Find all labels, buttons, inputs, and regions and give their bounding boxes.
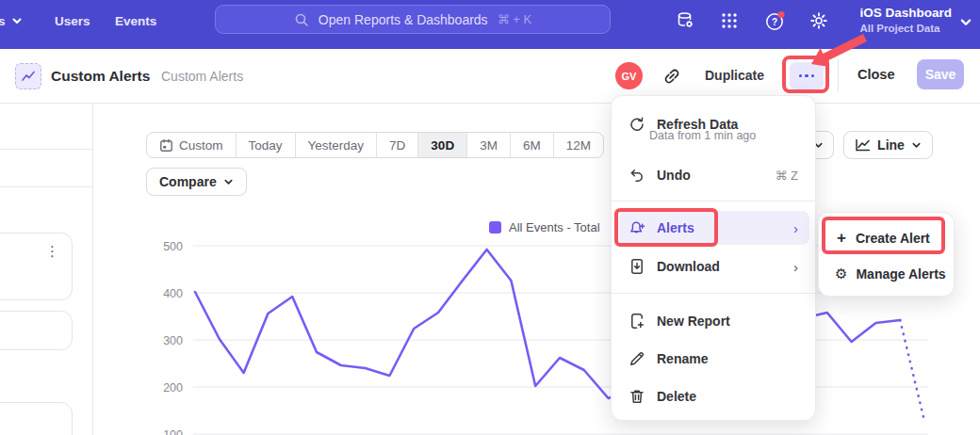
date-range-30d-selected[interactable]: 30D [418, 133, 467, 157]
svg-text:200: 200 [163, 381, 183, 395]
submenu-item-label: Manage Alerts [856, 266, 945, 282]
svg-text:300: 300 [163, 334, 183, 347]
report-toolbar: Custom Alerts Custom Alerts GV Duplicate… [0, 49, 980, 104]
toolbar-divider [838, 59, 839, 91]
svg-text:100: 100 [163, 428, 183, 435]
undo-icon [629, 167, 645, 184]
kebab-menu-icon[interactable]: ⋮ [45, 243, 59, 260]
date-range-6m[interactable]: 6M [511, 133, 554, 157]
date-range-custom[interactable]: Custom [147, 133, 237, 157]
chevron-down-icon [911, 140, 922, 151]
nav-item-truncated-label: s [0, 14, 6, 28]
project-chevron-down-icon[interactable] [959, 16, 972, 29]
menu-item-sublabel: Data from 1 min ago [649, 129, 756, 142]
date-range-3m[interactable]: 3M [467, 133, 511, 157]
submenu-item-create-alert[interactable]: + Create Alert [825, 220, 949, 255]
settings-gear-icon[interactable] [808, 9, 830, 32]
download-file-icon [629, 258, 645, 275]
menu-item-undo[interactable]: Undo ⌘ Z [619, 158, 809, 192]
submenu-item-label: Create Alert [856, 231, 930, 246]
project-selector[interactable]: iOS Dashboard All Project Data [859, 6, 952, 34]
menu-item-alerts[interactable]: Alerts › [619, 211, 809, 245]
help-icon[interactable]: ? [763, 9, 786, 32]
compare-button[interactable]: Compare [146, 168, 247, 196]
date-range-label: 7D [389, 138, 405, 153]
avatar[interactable]: GV [615, 62, 643, 89]
menu-item-label: Download [657, 259, 720, 274]
search-placeholder: Open Reports & Dashboards [318, 12, 488, 27]
date-range-label: 30D [431, 138, 454, 153]
sidebar-card[interactable] [0, 311, 73, 350]
legend-swatch [489, 221, 501, 234]
gear-icon: ⚙ [835, 266, 847, 282]
menu-item-label: Rename [657, 351, 708, 366]
menu-item-delete[interactable]: Delete [619, 379, 809, 413]
sidebar-card[interactable] [0, 402, 73, 435]
top-navigation-bar: s Users Events Open Reports & Dashboards… [0, 0, 980, 49]
compare-label: Compare [159, 174, 217, 189]
chart-type-button[interactable]: Line [843, 131, 933, 159]
date-range-label: Yesterday [308, 138, 365, 153]
pencil-icon [629, 350, 645, 367]
duplicate-button[interactable]: Duplicate [705, 68, 764, 83]
plus-icon: + [837, 229, 846, 248]
date-range-label: Today [249, 138, 283, 153]
chart-legend[interactable]: All Events - Total [489, 220, 600, 234]
copy-link-button[interactable] [662, 66, 682, 87]
menu-divider [612, 293, 817, 294]
refresh-icon [629, 116, 645, 133]
date-range-today[interactable]: Today [237, 133, 296, 157]
menu-item-rename[interactable]: Rename [619, 342, 809, 376]
nav-item-users[interactable]: Users [55, 0, 90, 41]
search-input[interactable]: Open Reports & Dashboards ⌘ + K [215, 5, 611, 34]
sidebar-divider [92, 104, 93, 435]
apps-grid-icon[interactable] [718, 9, 741, 32]
calendar-icon [159, 138, 173, 153]
menu-divider [612, 201, 817, 201]
nav-item-users-label: Users [55, 14, 90, 28]
svg-text:500: 500 [163, 240, 183, 253]
search-shortcut: ⌘ + K [498, 12, 532, 26]
submenu-chevron-icon: › [793, 221, 798, 235]
sidebar-row-divider [0, 186, 92, 187]
menu-item-label: Delete [657, 389, 696, 404]
date-range-12m[interactable]: 12M [554, 133, 603, 157]
more-options-menu: Refresh Data Data from 1 min ago Undo ⌘ … [611, 95, 816, 421]
menu-item-download[interactable]: Download › [619, 250, 809, 283]
alerts-submenu: + Create Alert ⚙ Manage Alerts [818, 212, 955, 297]
close-button[interactable]: Close [858, 67, 895, 82]
more-options-button[interactable] [790, 62, 824, 89]
sidebar-row-divider [0, 149, 92, 150]
menu-item-label: Undo [657, 168, 691, 183]
page-title: Custom Alerts [51, 68, 150, 85]
svg-text:?: ? [771, 17, 776, 27]
submenu-item-manage-alerts[interactable]: ⚙ Manage Alerts [825, 256, 949, 291]
menu-item-shortcut: ⌘ Z [775, 169, 798, 183]
trash-icon [629, 388, 645, 405]
bell-plus-icon [629, 219, 645, 236]
date-range-label: 6M [523, 138, 541, 153]
line-chart-icon [855, 138, 871, 153]
menu-item-new-report[interactable]: New Report [619, 304, 809, 338]
chevron-down-icon [223, 177, 234, 187]
project-scope: All Project Data [859, 23, 952, 34]
data-management-icon[interactable] [674, 9, 696, 32]
nav-item-events[interactable]: Events [115, 0, 156, 41]
legend-label: All Events - Total [509, 220, 600, 234]
date-range-label: 3M [480, 138, 498, 153]
menu-item-label: New Report [657, 314, 730, 329]
save-button[interactable]: Save [917, 59, 964, 89]
svg-text:400: 400 [163, 287, 183, 300]
project-name: iOS Dashboard [859, 6, 952, 20]
date-range-7d[interactable]: 7D [377, 133, 418, 157]
sidebar-card[interactable]: ⋮ [0, 233, 73, 300]
new-report-icon [629, 313, 645, 330]
search-icon [294, 12, 309, 27]
date-range-label: 12M [566, 138, 591, 153]
nav-item-events-label: Events [115, 14, 156, 28]
date-range-label: Custom [179, 138, 223, 153]
menu-item-label: Alerts [657, 220, 694, 235]
nav-item-truncated[interactable]: s [0, 0, 23, 41]
date-range-yesterday[interactable]: Yesterday [296, 133, 378, 157]
breadcrumb[interactable]: Custom Alerts [161, 69, 243, 84]
